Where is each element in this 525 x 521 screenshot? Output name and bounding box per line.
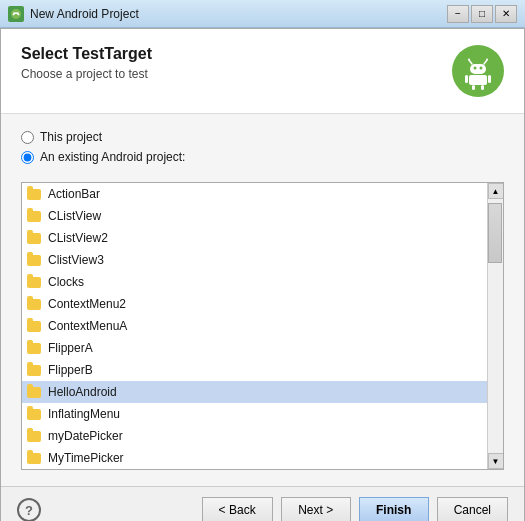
- folder-icon: [26, 186, 42, 202]
- list-item[interactable]: FlipperA: [22, 337, 487, 359]
- scroll-up-arrow[interactable]: ▲: [488, 183, 504, 199]
- close-button[interactable]: ✕: [495, 5, 517, 23]
- list-item-label: myDatePicker: [48, 429, 123, 443]
- app-icon: [8, 6, 24, 22]
- existing-project-radio[interactable]: [21, 151, 34, 164]
- folder-icon: [26, 230, 42, 246]
- list-item-label: ContextMenu2: [48, 297, 126, 311]
- scroll-track[interactable]: [488, 199, 503, 453]
- dialog-content: This project An existing Android project…: [1, 114, 524, 486]
- svg-point-2: [17, 12, 19, 14]
- title-bar: New Android Project − □ ✕: [0, 0, 525, 28]
- folder-icon: [26, 274, 42, 290]
- svg-rect-12: [465, 75, 468, 83]
- radio-group: This project An existing Android project…: [21, 130, 504, 170]
- list-item-label: FlipperB: [48, 363, 93, 377]
- window-title: New Android Project: [30, 7, 447, 21]
- list-item[interactable]: FlipperB: [22, 359, 487, 381]
- folder-icon: [26, 406, 42, 422]
- back-button[interactable]: < Back: [202, 497, 273, 521]
- svg-point-10: [480, 67, 483, 70]
- dialog-header: Select TestTarget Choose a project to te…: [1, 29, 524, 114]
- svg-point-9: [474, 67, 477, 70]
- dialog: Select TestTarget Choose a project to te…: [0, 28, 525, 521]
- next-button[interactable]: Next >: [281, 497, 351, 521]
- scroll-down-arrow[interactable]: ▼: [488, 453, 504, 469]
- folder-icon: [26, 252, 42, 268]
- list-item[interactable]: Clocks: [22, 271, 487, 293]
- this-project-option[interactable]: This project: [21, 130, 504, 144]
- list-item[interactable]: CListView: [22, 205, 487, 227]
- folder-icon: [26, 362, 42, 378]
- footer-buttons: < Back Next > Finish Cancel: [202, 497, 508, 521]
- list-item-label: InflatingMenu: [48, 407, 120, 421]
- folder-icon: [26, 318, 42, 334]
- svg-point-1: [13, 12, 15, 14]
- project-list[interactable]: ActionBarCListViewCListView2ClistView3Cl…: [22, 183, 487, 469]
- footer-left: ?: [17, 498, 41, 521]
- list-item[interactable]: CListView2: [22, 227, 487, 249]
- svg-rect-15: [481, 85, 484, 90]
- list-item-label: ContextMenuA: [48, 319, 127, 333]
- svg-point-7: [486, 59, 488, 61]
- list-item-label: CListView: [48, 209, 101, 223]
- list-item[interactable]: ContextMenu2: [22, 293, 487, 315]
- this-project-radio[interactable]: [21, 131, 34, 144]
- window-controls: − □ ✕: [447, 5, 517, 23]
- existing-project-label: An existing Android project:: [40, 150, 185, 164]
- minimize-button[interactable]: −: [447, 5, 469, 23]
- cancel-button[interactable]: Cancel: [437, 497, 508, 521]
- maximize-button[interactable]: □: [471, 5, 493, 23]
- finish-button[interactable]: Finish: [359, 497, 429, 521]
- list-item[interactable]: ContextMenuA: [22, 315, 487, 337]
- folder-icon: [26, 340, 42, 356]
- list-item[interactable]: MyTimePicker: [22, 447, 487, 469]
- header-text: Select TestTarget Choose a project to te…: [21, 45, 452, 81]
- help-button[interactable]: ?: [17, 498, 41, 521]
- svg-rect-8: [470, 64, 486, 74]
- folder-icon: [26, 384, 42, 400]
- scrollbar[interactable]: ▲ ▼: [487, 183, 503, 469]
- folder-icon: [26, 428, 42, 444]
- list-item[interactable]: ClistView3: [22, 249, 487, 271]
- list-item-label: MyTimePicker: [48, 451, 124, 465]
- dialog-subtitle: Choose a project to test: [21, 67, 452, 81]
- folder-icon: [26, 208, 42, 224]
- existing-project-option[interactable]: An existing Android project:: [21, 150, 504, 164]
- svg-point-0: [11, 9, 21, 19]
- list-item-label: FlipperA: [48, 341, 93, 355]
- dialog-title: Select TestTarget: [21, 45, 452, 63]
- dialog-footer: ? < Back Next > Finish Cancel: [1, 486, 524, 521]
- list-item[interactable]: HelloAndroid: [22, 381, 487, 403]
- folder-icon: [26, 450, 42, 466]
- list-item-label: CListView2: [48, 231, 108, 245]
- svg-point-5: [468, 59, 470, 61]
- scroll-thumb[interactable]: [488, 203, 502, 263]
- svg-rect-13: [488, 75, 491, 83]
- svg-rect-14: [472, 85, 475, 90]
- svg-rect-11: [469, 75, 487, 85]
- list-item-label: HelloAndroid: [48, 385, 117, 399]
- list-item-label: ActionBar: [48, 187, 100, 201]
- list-item[interactable]: ActionBar: [22, 183, 487, 205]
- this-project-label: This project: [40, 130, 102, 144]
- list-item-label: ClistView3: [48, 253, 104, 267]
- folder-icon: [26, 296, 42, 312]
- list-item[interactable]: InflatingMenu: [22, 403, 487, 425]
- android-logo: [452, 45, 504, 97]
- list-item-label: Clocks: [48, 275, 84, 289]
- list-item[interactable]: myDatePicker: [22, 425, 487, 447]
- project-list-container: ActionBarCListViewCListView2ClistView3Cl…: [21, 182, 504, 470]
